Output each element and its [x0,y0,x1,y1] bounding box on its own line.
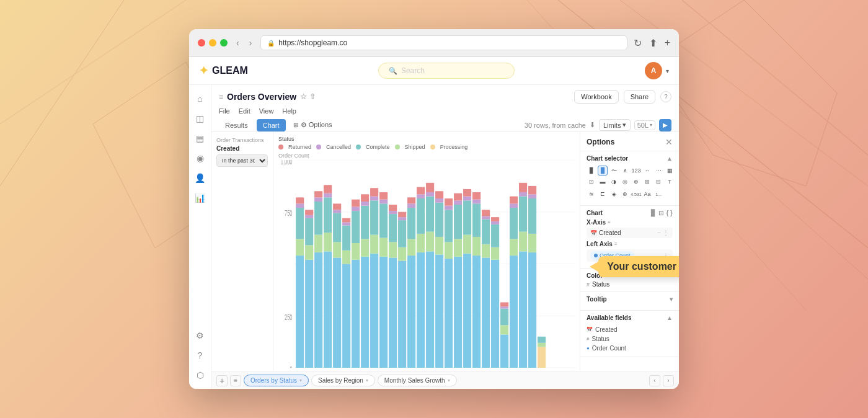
x-axis-dots[interactable]: ⋮ [663,229,669,236]
tab-results[interactable]: Results [219,119,254,131]
bottom-nav-arrows: ‹ › [649,375,674,386]
tooltip-chevron: ▾ [670,296,673,303]
chart-type-text2[interactable]: Aa [642,189,652,199]
chart-copy-icon[interactable]: ⊡ [658,210,663,216]
legend-returned [278,145,283,149]
menu-view[interactable]: View [259,106,274,116]
x-axis-minus[interactable]: − [657,229,661,236]
svg-rect-68 [389,257,397,368]
chart-bar-icon[interactable]: ▊ [651,210,656,216]
available-fields-header[interactable]: Available fields ▲ [587,314,673,321]
chart-type-table[interactable]: ⊞ [642,177,652,187]
x-axis-value-row[interactable]: 📅 Created − ⋮ [587,228,673,238]
options-close-button[interactable]: ✕ [665,137,673,147]
field-order-count: ● Order Count [587,344,673,353]
chart-type-text[interactable]: T [665,177,675,187]
star-icon[interactable]: ☆ [300,92,307,101]
sidebar-item-docs[interactable]: ▤ [192,130,209,147]
menu-file[interactable]: File [219,106,230,116]
chart-type-hbar[interactable]: ▬ [598,177,608,187]
menu-help[interactable]: Help [282,106,296,116]
svg-rect-63 [379,257,388,368]
user-avatar[interactable]: A [645,62,662,79]
sidebar-item-home[interactable]: ⌂ [192,90,209,107]
limits-button[interactable]: Limits ▾ [599,119,631,131]
add-tab-button[interactable]: + [216,375,228,386]
workbook-button[interactable]: Workbook [574,90,618,104]
tooltip-header[interactable]: Tooltip ▾ [587,296,673,303]
chart-type-waterfall[interactable]: ⊏ [598,189,608,199]
minimize-dot[interactable] [209,39,216,47]
reload-button[interactable]: ↻ [634,37,642,49]
chart-type-donut[interactable]: ◎ [620,177,630,187]
svg-rect-118 [482,257,490,368]
sidebar-item-chart[interactable]: 📊 [192,189,209,207]
bottom-tab-orders-by-status[interactable]: Orders by Status ▾ [244,375,309,386]
close-dot[interactable] [198,39,205,47]
hamburger-icon[interactable]: ≡ [219,92,223,101]
order-count-dot [594,254,598,257]
bottom-tab-monthly-growth[interactable]: Monthly Sales Growth ▾ [378,375,457,386]
share-title-icon[interactable]: ⇧ [309,92,316,101]
logout-icon[interactable]: ⬡ [192,367,209,384]
chart-more-icon[interactable]: { } [666,210,673,216]
chart-type-combo[interactable]: ≋ [587,189,596,199]
run-button[interactable]: ▶ [659,119,671,131]
user-dropdown-icon[interactable]: ▾ [666,68,669,74]
tab-options[interactable]: ⊞ ⚙ Options [288,118,337,131]
chart-type-more3[interactable]: 1... [653,189,663,199]
page-title: ≡ Orders Overview ☆ ⇧ [219,92,316,102]
back-button[interactable]: ‹ [234,37,242,49]
next-tab-button[interactable]: › [663,375,674,386]
maximize-dot[interactable] [220,39,228,47]
new-tab-button[interactable]: + [665,37,670,49]
app-search: 🔍 Search [255,63,637,79]
chart-type-bar[interactable]: ▊ [587,166,596,176]
prev-tab-button[interactable]: ‹ [649,375,660,386]
settings-icon[interactable]: ⚙ [192,327,209,344]
svg-rect-22 [296,197,304,203]
chart-type-num2[interactable]: 4.531 [631,189,641,199]
help-icon[interactable]: ? [192,347,209,364]
forward-button[interactable]: › [247,37,255,49]
bottom-tab-sales-by-region[interactable]: Sales by Region ▾ [311,375,375,386]
logo-text: GLEAM [212,65,248,76]
search-box[interactable]: 🔍 Search [378,63,515,79]
chart-type-funnel[interactable]: ⊡ [587,177,596,187]
tabs-list-button[interactable]: ≡ [230,375,241,386]
help-button[interactable]: ? [660,91,671,102]
svg-rect-95 [435,203,443,237]
x-axis-settings-icon[interactable]: ≡ [608,220,611,225]
chart-type-scatter[interactable]: ⋯ [653,166,663,176]
download-icon[interactable]: ⬇ [590,121,595,129]
chart-type-h[interactable]: ↔ [642,166,652,176]
svg-rect-124 [491,247,499,260]
chart-type-pivot[interactable]: ⊟ [653,177,663,187]
svg-rect-87 [417,187,425,195]
chart-type-calendar[interactable]: ▦ [665,166,675,176]
left-axis-settings-icon[interactable]: ≡ [614,241,618,247]
tab-chart[interactable]: Chart [257,119,286,131]
chart-type-more2[interactable]: ⊛ [620,189,630,199]
share-button[interactable]: Share [624,90,655,104]
url-bar[interactable]: 🔒 https://shopgleam.co [260,35,627,50]
chart-selector-header[interactable]: Chart selector ▲ [587,155,673,162]
chart-type-pie[interactable]: ◑ [609,177,619,187]
chart-type-number[interactable]: 123 [631,166,641,176]
chart-type-line[interactable]: 〜 [609,166,619,176]
svg-rect-45 [342,226,350,251]
svg-rect-60 [370,200,378,234]
tab-sales-label: Sales by Region [318,377,363,384]
chart-type-map[interactable]: ⊕ [631,177,641,187]
sidebar-item-calendar[interactable]: ◫ [192,110,209,127]
sidebar-item-view[interactable]: ◉ [192,149,209,167]
share-button[interactable]: ⬆ [649,37,657,49]
chart-type-area[interactable]: ∧ [620,166,630,176]
menu-edit[interactable]: Edit [239,106,250,116]
chart-type-more1[interactable]: ◈ [609,189,619,199]
chart-type-stacked-bar[interactable]: ▉ [598,166,608,176]
sidebar-item-people[interactable]: 👤 [192,169,209,187]
svg-rect-120 [482,219,490,244]
svg-rect-98 [445,259,453,368]
filter-dropdown[interactable]: In the past 30 days [216,154,268,167]
